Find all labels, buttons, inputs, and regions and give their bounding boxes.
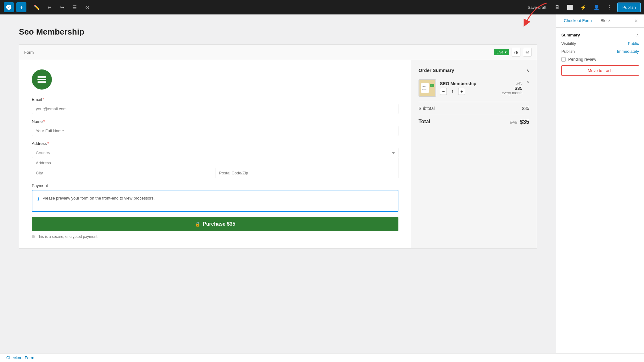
postal-input[interactable] <box>215 168 399 178</box>
total-label: Total <box>419 119 430 125</box>
visibility-label: Visibility <box>561 41 576 46</box>
wordpress-logo[interactable] <box>4 2 14 12</box>
address-row <box>32 168 398 178</box>
order-item-details: SEO Membership − 1 + <box>440 81 498 95</box>
form-label: Form <box>24 50 34 55</box>
name-input[interactable] <box>32 126 398 136</box>
payment-label: Payment <box>32 183 398 188</box>
country-select[interactable]: Country <box>32 148 398 158</box>
redo-icon[interactable]: ↪ <box>57 2 67 12</box>
payment-note: Please preview your form on the front-en… <box>42 195 155 201</box>
preview-icon[interactable]: 🖥 <box>552 2 562 12</box>
bottom-bar[interactable]: Checkout Form <box>0 353 644 362</box>
order-summary-title: Order Summary <box>419 68 454 73</box>
svg-rect-3 <box>37 81 46 83</box>
summary-chevron-icon[interactable]: ∧ <box>636 33 639 37</box>
checkout-content: Email* Name* Address* <box>19 60 537 248</box>
order-item-image: SEO Member ✓ <box>419 79 436 97</box>
form-email-icon[interactable]: ✉ <box>523 48 532 57</box>
form-toggle-icon[interactable]: ◑ <box>512 48 520 57</box>
close-item-button[interactable]: × <box>526 79 529 85</box>
main-layout: Seo Membership Form Live ▾ ◑ ✉ <box>0 14 644 353</box>
settings-icon[interactable]: ⬜ <box>565 2 575 12</box>
publish-button[interactable]: Publish <box>618 3 640 12</box>
city-input[interactable] <box>32 168 215 178</box>
publish-row-label: Publish <box>561 49 575 54</box>
save-draft-button[interactable]: Save draft <box>525 4 549 11</box>
live-text: Live <box>497 50 503 54</box>
qty-controls: − 1 + <box>440 88 498 95</box>
circle-icon[interactable]: ⊙ <box>82 2 92 12</box>
payment-section: Payment ℹ Please preview your form on th… <box>32 183 398 212</box>
publish-row-value[interactable]: Immediately <box>617 49 639 54</box>
pending-review-row: Pending review <box>561 57 639 62</box>
subtotal-row: Subtotal $35 <box>419 106 529 111</box>
email-input[interactable] <box>32 104 398 114</box>
pending-review-label: Pending review <box>568 57 596 62</box>
form-controls: Live ▾ ◑ ✉ <box>494 48 532 57</box>
address-field-group: Address* Country <box>32 141 398 178</box>
email-field-group: Email* <box>32 97 398 114</box>
live-arrow: ▾ <box>505 50 507 54</box>
total-current: $35 <box>520 119 529 125</box>
svg-text:Member: Member <box>422 88 427 90</box>
editor-area: Seo Membership Form Live ▾ ◑ ✉ <box>0 14 556 353</box>
pencil-icon[interactable]: ✏️ <box>32 2 42 12</box>
pending-review-checkbox[interactable] <box>561 57 566 62</box>
total-row: Total $45 $35 <box>419 119 529 125</box>
form-block-header: Form Live ▾ ◑ ✉ <box>19 45 537 60</box>
sidebar-section-summary: Summary ∧ Visibility Public Publish Imme… <box>556 28 644 81</box>
qty-increase-button[interactable]: + <box>458 88 465 95</box>
price-current: $35 <box>502 85 523 91</box>
more-icon[interactable]: ⋮ <box>605 2 615 12</box>
order-divider-2 <box>419 115 529 115</box>
order-item: SEO Member ✓ SEO Membership − 1 + <box>419 79 529 97</box>
visibility-row: Visibility Public <box>561 41 639 46</box>
sidebar-panel: Checkout Form Block × Summary ∧ Visibili… <box>556 14 644 353</box>
publish-row: Publish Immediately <box>561 49 639 54</box>
subtotal-value: $35 <box>522 106 529 111</box>
summary-section-title: Summary <box>561 33 580 37</box>
move-trash-button[interactable]: Move to trash <box>561 65 639 76</box>
name-field-group: Name* <box>32 119 398 136</box>
purchase-button[interactable]: 🔒 Purchase $35 <box>32 217 398 231</box>
address-label: Address* <box>32 141 398 146</box>
order-summary-header: Order Summary ∧ <box>419 68 529 73</box>
payment-box: ℹ Please preview your form on the front-… <box>32 190 398 212</box>
svg-rect-2 <box>37 79 46 80</box>
name-label: Name* <box>32 119 398 124</box>
price-period: every month <box>502 91 523 95</box>
email-label: Email* <box>32 97 398 102</box>
toolbar-separator <box>29 3 29 11</box>
order-summary-chevron[interactable]: ∧ <box>526 68 529 73</box>
order-item-name: SEO Membership <box>440 81 498 86</box>
order-item-price: $45 $35 every month <box>502 81 523 95</box>
user-icon[interactable]: 👤 <box>591 2 602 12</box>
form-block: Form Live ▾ ◑ ✉ <box>19 44 537 249</box>
form-panel: Email* Name* Address* <box>19 60 411 248</box>
order-divider <box>419 102 529 102</box>
address-input[interactable] <box>32 158 398 168</box>
svg-text:SEO: SEO <box>422 85 426 87</box>
svg-text:✓: ✓ <box>430 85 432 87</box>
tab-checkout-form[interactable]: Checkout Form <box>561 14 594 27</box>
secure-dot <box>32 235 35 238</box>
tab-block[interactable]: Block <box>598 14 613 27</box>
list-view-icon[interactable]: ☰ <box>69 2 80 12</box>
add-block-button[interactable]: + <box>16 2 26 12</box>
total-original: $45 <box>510 120 517 125</box>
address-group: Country <box>32 148 398 178</box>
undo-icon[interactable]: ↩ <box>44 2 54 12</box>
lock-icon: 🔒 <box>195 222 200 227</box>
price-original: $45 <box>502 81 523 85</box>
sidebar-close-button[interactable]: × <box>633 14 639 27</box>
subtotal-label: Subtotal <box>419 106 435 111</box>
order-summary: Order Summary ∧ SEO Member <box>411 60 537 248</box>
live-badge[interactable]: Live ▾ <box>494 49 509 55</box>
total-value: $45 $35 <box>510 119 529 125</box>
visibility-value[interactable]: Public <box>628 41 639 46</box>
purchase-label: Purchase $35 <box>203 221 235 227</box>
page-title: Seo Membership <box>19 27 537 37</box>
bolt-icon[interactable]: ⚡ <box>578 2 588 12</box>
qty-decrease-button[interactable]: − <box>440 88 447 95</box>
